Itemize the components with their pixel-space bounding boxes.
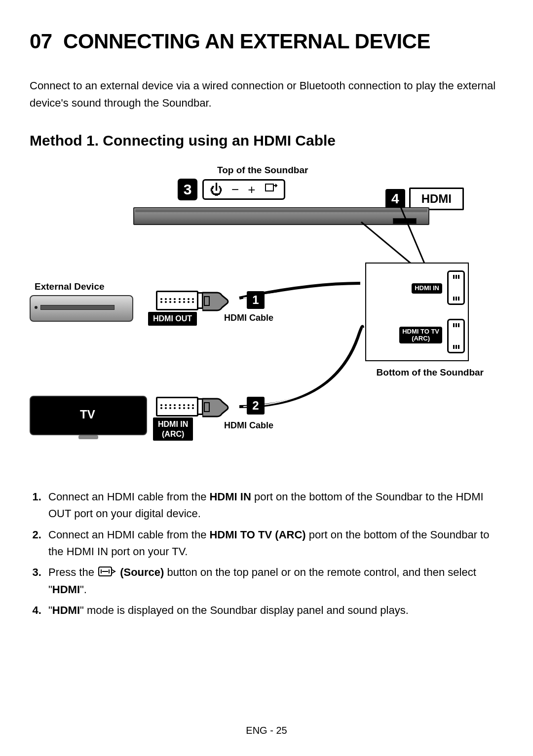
tv-label: TV [80,408,95,421]
plug-tip-1 [202,290,237,311]
svg-rect-0 [266,184,273,191]
volume-minus-icon: − [231,183,239,196]
external-device-label: External Device [35,281,105,292]
callout-4: 4 [385,189,405,209]
step-1: Connect an HDMI cable from the HDMI IN p… [44,489,503,522]
hdmi-cable-label-2: HDMI Cable [224,420,273,431]
step-3: Press the (Source) button on the top pan… [44,564,503,598]
external-device [30,295,133,322]
intro-paragraph: Connect to an external device via a wire… [30,77,503,112]
section-title: 07 CONNECTING AN EXTERNAL DEVICE [30,30,503,53]
source-inline-icon [98,565,116,581]
hdmi-to-tv-port-label: HDMI TO TV (ARC) [399,327,442,344]
hdmi-plug-2 [156,396,237,417]
volume-plus-icon: + [248,183,255,196]
step-4: "HDMI" mode is displayed on the Soundbar… [44,602,503,619]
soundbar-top-buttons: ⏻ − + [202,179,285,200]
hdmi-plug-1 [156,290,237,311]
hdmi-connector-1 [156,291,198,310]
plug-tip-2 [202,396,237,417]
hdmi-cable-label-1: HDMI Cable [224,313,273,323]
callout-1: 1 [247,291,265,309]
hdmi-in-arc-tag: HDMI IN (ARC) [153,417,193,440]
hdmi-connector-2 [156,397,198,416]
source-icon [264,183,278,196]
top-panel-group: 3 ⏻ − + [178,179,285,200]
bottom-of-soundbar-label: Bottom of the Soundbar [377,367,484,378]
page-footer: ENG - 25 [30,725,503,736]
step-2: Connect an HDMI cable from the HDMI TO T… [44,527,503,560]
hdmi-out-tag: HDMI OUT [148,312,197,325]
hdmi-to-tv-port [447,319,465,353]
soundbar-bottom-panel: HDMI IN HDMI TO TV (ARC) [365,263,469,361]
top-of-soundbar-label: Top of the Soundbar [217,165,308,176]
power-icon: ⏻ [210,183,223,196]
callout-2: 2 [247,397,265,415]
section-number: 07 [30,30,52,53]
instruction-steps: Connect an HDMI cable from the HDMI IN p… [44,489,503,619]
hdmi-in-port [447,270,465,305]
hdmi-in-port-label: HDMI IN [412,283,442,293]
section-title-text: CONNECTING AN EXTERNAL DEVICE [63,30,430,53]
callout-3: 3 [178,179,197,200]
connection-diagram: Top of the Soundbar 3 ⏻ − + 4 HDMI HDMI … [30,165,503,471]
method-heading: Method 1. Connecting using an HDMI Cable [30,132,503,149]
